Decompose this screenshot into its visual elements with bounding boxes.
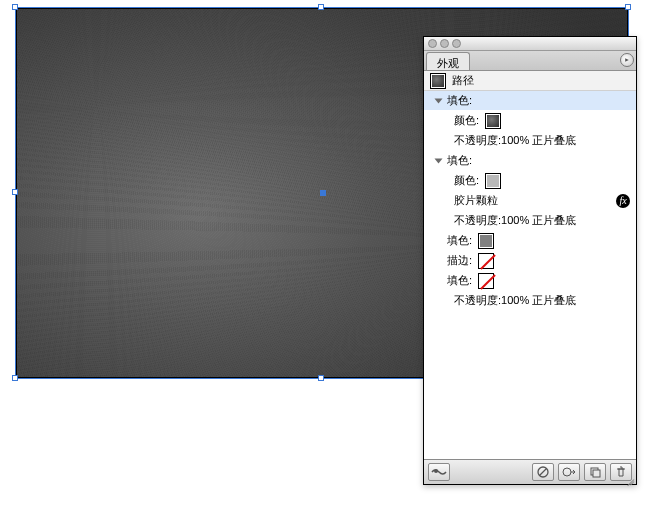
opacity-row[interactable]: 不透明度:100% 正片叠底 xyxy=(424,131,636,151)
new-art-basic-button[interactable] xyxy=(428,463,450,481)
svg-rect-5 xyxy=(593,470,600,477)
appearance-panel: 外观 路径 填色: 颜色: 不透明度:100% 正片叠底 填色: xyxy=(423,36,637,485)
opacity-text: 不透明度:100% 正片叠底 xyxy=(454,213,576,228)
fill-row[interactable]: 填色: xyxy=(424,231,636,251)
opacity-row[interactable]: 不透明度:100% 正片叠底 xyxy=(424,211,636,231)
fill-header-row[interactable]: 填色: xyxy=(424,151,636,171)
object-label: 路径 xyxy=(452,73,474,88)
color-swatch[interactable] xyxy=(485,173,501,189)
attr-label: 描边: xyxy=(447,253,472,268)
fill-color-row[interactable]: 颜色: xyxy=(424,111,636,131)
object-thumbnail-icon xyxy=(430,73,446,89)
panel-titlebar[interactable] xyxy=(424,37,636,51)
opacity-row[interactable]: 不透明度:100% 正片叠底 xyxy=(424,291,636,311)
fill-header-label: 填色: xyxy=(447,153,472,168)
panel-footer xyxy=(424,460,636,484)
appearance-list: 路径 填色: 颜色: 不透明度:100% 正片叠底 填色: 颜色: 胶片颗粒 xyxy=(424,71,636,460)
object-row[interactable]: 路径 xyxy=(424,71,636,91)
stroke-row[interactable]: 描边: xyxy=(424,251,636,271)
color-label: 颜色: xyxy=(454,113,479,128)
svg-point-3 xyxy=(563,468,571,476)
fill-header-label: 填色: xyxy=(447,93,472,108)
effect-label: 胶片颗粒 xyxy=(454,193,498,208)
color-swatch[interactable] xyxy=(478,233,494,249)
attr-label: 填色: xyxy=(447,273,472,288)
tab-appearance[interactable]: 外观 xyxy=(426,52,470,70)
effect-row[interactable]: 胶片颗粒 fx xyxy=(424,191,636,211)
disclosure-triangle-icon[interactable] xyxy=(435,158,443,163)
window-minimize-icon[interactable] xyxy=(440,39,449,48)
reduce-basic-button[interactable] xyxy=(558,463,580,481)
fill-header-row[interactable]: 填色: xyxy=(424,91,636,111)
opacity-text: 不透明度:100% 正片叠底 xyxy=(454,133,576,148)
attr-label: 填色: xyxy=(447,233,472,248)
duplicate-item-button[interactable] xyxy=(584,463,606,481)
fx-badge-icon[interactable]: fx xyxy=(616,194,630,208)
fill-row[interactable]: 填色: xyxy=(424,271,636,291)
svg-line-2 xyxy=(540,469,547,476)
svg-point-0 xyxy=(434,469,438,473)
resize-grip-icon[interactable] xyxy=(623,471,635,483)
clear-appearance-button[interactable] xyxy=(532,463,554,481)
color-swatch-none[interactable] xyxy=(478,253,494,269)
opacity-text: 不透明度:100% 正片叠底 xyxy=(454,293,576,308)
disclosure-triangle-icon[interactable] xyxy=(435,98,443,103)
panel-menu-button[interactable] xyxy=(620,53,634,67)
window-zoom-icon[interactable] xyxy=(452,39,461,48)
panel-tab-bar: 外观 xyxy=(424,51,636,71)
color-swatch[interactable] xyxy=(485,113,501,129)
color-swatch-none[interactable] xyxy=(478,273,494,289)
window-close-icon[interactable] xyxy=(428,39,437,48)
fill-color-row[interactable]: 颜色: xyxy=(424,171,636,191)
tab-label: 外观 xyxy=(437,57,459,69)
color-label: 颜色: xyxy=(454,173,479,188)
selection-center xyxy=(320,190,326,196)
